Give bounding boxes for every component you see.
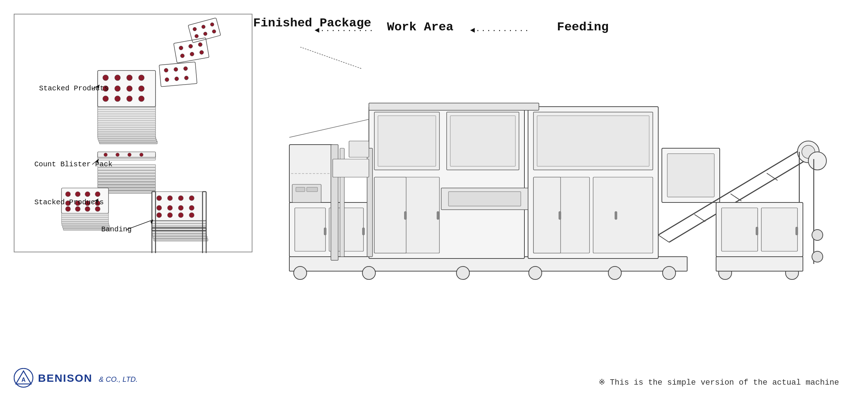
svg-point-88 xyxy=(116,153,119,157)
svg-line-230 xyxy=(289,119,369,137)
svg-rect-234 xyxy=(307,187,318,192)
svg-rect-79 xyxy=(98,173,156,176)
svg-rect-122 xyxy=(154,239,208,241)
svg-point-221 xyxy=(812,251,823,262)
svg-point-171 xyxy=(456,266,469,279)
svg-point-1 xyxy=(192,27,197,31)
svg-point-12 xyxy=(190,52,195,56)
svg-rect-205 xyxy=(448,192,521,206)
disclaimer-text: ※ This is the simple version of the actu… xyxy=(599,377,839,387)
svg-rect-128 xyxy=(152,223,206,226)
svg-point-112 xyxy=(85,192,90,197)
svg-point-63 xyxy=(127,75,132,81)
svg-rect-0 xyxy=(188,18,221,43)
svg-point-16 xyxy=(174,67,178,72)
svg-point-149 xyxy=(157,213,162,218)
svg-point-150 xyxy=(167,213,173,218)
svg-point-2 xyxy=(201,25,205,29)
svg-rect-207 xyxy=(369,103,539,110)
svg-rect-129 xyxy=(152,221,206,223)
svg-rect-83 xyxy=(98,185,156,188)
svg-rect-233 xyxy=(296,187,305,192)
svg-point-3 xyxy=(210,22,214,27)
svg-rect-125 xyxy=(152,231,206,234)
svg-rect-184 xyxy=(378,116,436,166)
svg-point-71 xyxy=(127,96,132,102)
logo-text-group: BENISON & CO., LTD. xyxy=(38,372,138,384)
svg-rect-80 xyxy=(98,176,156,179)
svg-line-235 xyxy=(300,47,362,69)
svg-rect-226 xyxy=(796,227,798,235)
svg-rect-206 xyxy=(333,159,369,177)
logo-suffix: & CO., LTD. xyxy=(99,375,137,383)
svg-point-144 xyxy=(189,196,194,201)
svg-point-111 xyxy=(75,192,80,197)
svg-rect-178 xyxy=(324,228,326,235)
svg-point-90 xyxy=(140,153,143,157)
svg-rect-232 xyxy=(292,184,321,202)
svg-rect-7 xyxy=(174,38,209,63)
svg-point-152 xyxy=(189,213,194,218)
svg-point-69 xyxy=(103,96,109,102)
svg-rect-197 xyxy=(559,211,561,219)
svg-line-213 xyxy=(767,173,778,180)
svg-point-11 xyxy=(180,54,185,58)
logo-company: BENISON xyxy=(38,372,93,384)
logo-area: A BENISON & CO., LTD. xyxy=(14,368,138,388)
svg-line-210 xyxy=(658,235,669,242)
svg-rect-224 xyxy=(761,208,797,251)
svg-point-62 xyxy=(115,75,120,81)
svg-rect-223 xyxy=(722,208,758,251)
svg-point-18 xyxy=(165,77,169,82)
svg-rect-231 xyxy=(349,141,369,157)
svg-point-68 xyxy=(139,86,144,91)
svg-rect-123 xyxy=(153,236,207,239)
arrow-left-1: ◄·········· xyxy=(315,26,374,35)
svg-point-5 xyxy=(203,31,208,36)
svg-rect-78 xyxy=(98,170,156,173)
svg-rect-229 xyxy=(716,257,803,271)
svg-point-118 xyxy=(65,206,71,211)
svg-point-6 xyxy=(212,29,216,34)
svg-rect-14 xyxy=(159,62,197,86)
svg-point-151 xyxy=(178,213,183,218)
svg-point-61 xyxy=(103,75,109,81)
svg-point-89 xyxy=(128,153,131,157)
svg-rect-188 xyxy=(374,177,406,253)
svg-point-15 xyxy=(164,68,168,72)
svg-point-72 xyxy=(139,96,144,102)
svg-point-17 xyxy=(183,67,188,71)
svg-rect-200 xyxy=(667,154,714,197)
svg-point-173 xyxy=(608,266,621,279)
svg-point-143 xyxy=(178,196,183,201)
svg-point-170 xyxy=(362,266,375,279)
svg-rect-225 xyxy=(756,227,758,235)
svg-point-141 xyxy=(157,196,162,201)
svg-point-148 xyxy=(189,205,194,210)
svg-point-10 xyxy=(198,42,203,47)
svg-rect-82 xyxy=(98,182,156,185)
svg-point-13 xyxy=(199,50,204,55)
svg-point-87 xyxy=(104,153,107,157)
svg-point-119 xyxy=(75,206,80,211)
svg-point-67 xyxy=(127,86,132,91)
svg-line-166 xyxy=(127,220,153,230)
label-work-area: Work Area xyxy=(387,20,454,34)
svg-point-146 xyxy=(167,205,173,210)
svg-line-211 xyxy=(694,214,705,222)
svg-line-212 xyxy=(731,194,741,201)
svg-point-64 xyxy=(139,75,144,81)
svg-point-121 xyxy=(95,206,100,211)
svg-rect-124 xyxy=(152,234,207,236)
svg-point-217 xyxy=(808,152,826,170)
main-container: Stacked Products Count Blister Pack Stac… xyxy=(0,0,868,406)
svg-rect-193 xyxy=(537,116,649,166)
svg-point-110 xyxy=(65,192,71,197)
arrow-left-2: ◄·········· xyxy=(470,26,530,35)
svg-point-8 xyxy=(179,46,183,50)
svg-rect-81 xyxy=(98,179,156,182)
svg-point-19 xyxy=(175,77,179,81)
svg-rect-195 xyxy=(533,177,561,253)
svg-point-66 xyxy=(115,86,120,91)
svg-rect-198 xyxy=(615,211,617,219)
